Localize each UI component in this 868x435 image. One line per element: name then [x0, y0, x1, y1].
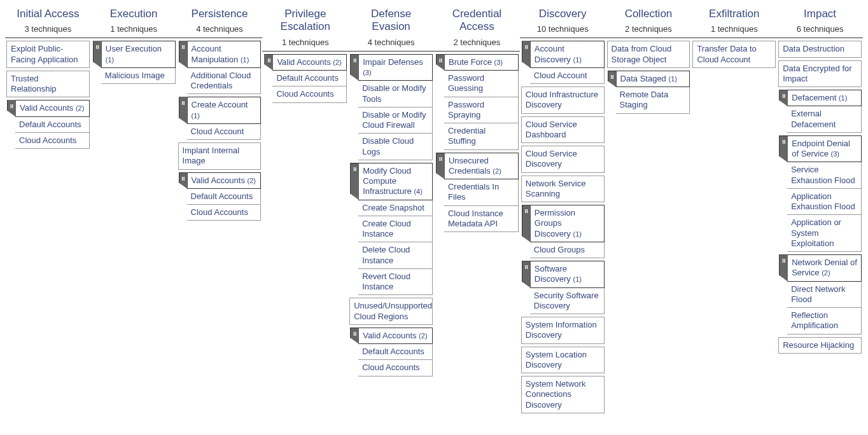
technique-cell[interactable]: Cloud Infrastructure Discovery — [521, 86, 605, 114]
subtechnique-cell[interactable]: Default Accounts — [358, 344, 433, 360]
tactic-column: Defense Evasion4 techniquesIIImpair Defe… — [348, 6, 434, 379]
expand-handle-icon[interactable]: II — [7, 100, 16, 116]
technique-cell[interactable]: Network Service Scanning — [521, 176, 605, 203]
subtechnique-cell[interactable]: Cloud Accounts — [187, 205, 262, 221]
technique-cell[interactable]: System Network Connections Discovery — [521, 376, 605, 413]
subtechnique-cell[interactable]: Application or System Exploitation — [787, 215, 862, 252]
subtechnique-cell[interactable]: Additional Cloud Credentials — [187, 68, 262, 95]
subtechnique-cell[interactable]: Security Software Discovery — [530, 288, 605, 315]
subtechnique-cell[interactable]: Reflection Amplification — [787, 308, 862, 335]
subtechnique-cell[interactable]: Disable Cloud Logs — [358, 134, 433, 160]
expand-handle-icon[interactable]: II — [179, 172, 188, 189]
tactic-header[interactable]: Exfiltration — [691, 6, 777, 22]
technique-cell[interactable]: Cloud Service Discovery — [521, 146, 605, 173]
technique-cell[interactable]: Cloud Service Dashboard — [521, 116, 605, 144]
expand-handle-icon[interactable]: II — [350, 328, 359, 344]
tactic-header[interactable]: Persistence — [177, 6, 263, 22]
technique-cell[interactable]: Resource Hijacking — [778, 337, 862, 354]
technique-cell[interactable]: Exploit Public-Facing Application — [6, 41, 90, 68]
technique-cell-parent[interactable]: IISoftware Discovery (1) — [530, 261, 605, 288]
expand-handle-icon[interactable]: II — [350, 163, 359, 200]
subtechnique-cell[interactable]: Credential Stuffing — [444, 123, 519, 150]
subtechnique-cell[interactable]: Cloud Accounts — [272, 86, 347, 102]
technique-cell[interactable]: System Information Discovery — [521, 317, 605, 344]
tactic-header[interactable]: Collection — [606, 6, 692, 22]
expand-handle-icon[interactable]: II — [436, 54, 445, 71]
expand-handle-icon[interactable]: II — [779, 90, 788, 106]
subtechnique-cell[interactable]: Cloud Accounts — [15, 133, 90, 149]
tactic-header[interactable]: Initial Access — [5, 6, 91, 22]
technique-cell-parent[interactable]: IIImpair Defenses (3) — [358, 54, 433, 81]
tactic-header[interactable]: Execution — [91, 6, 177, 22]
technique-cell-parent[interactable]: IIValid Accounts (2) — [272, 54, 347, 71]
technique-cell-parent[interactable]: IIValid Accounts (2) — [15, 100, 90, 116]
tactic-header[interactable]: Discovery — [520, 6, 606, 22]
expand-handle-icon[interactable]: II — [179, 97, 188, 124]
technique-cell[interactable]: Data from Cloud Storage Object — [607, 41, 690, 68]
technique-cell[interactable]: Trusted Relationship — [6, 71, 90, 98]
technique-cell-parent[interactable]: IIBrute Force (3) — [444, 54, 519, 71]
subtechnique-cell[interactable]: Default Accounts — [272, 71, 347, 86]
tactic-header[interactable]: Credential Access — [434, 6, 520, 35]
technique-cell-parent[interactable]: IIAccount Discovery (1) — [530, 41, 605, 68]
tactic-header[interactable]: Impact — [777, 6, 863, 22]
tactic-header[interactable]: Defense Evasion — [348, 6, 434, 35]
technique-cell-parent[interactable]: IIPermission Groups Discovery (1) — [530, 205, 605, 242]
subtechnique-cell[interactable]: Cloud Accounts — [358, 360, 433, 376]
subtechnique-cell[interactable]: Password Spraying — [444, 97, 519, 124]
subtechnique-cell[interactable]: Direct Network Flood — [787, 282, 862, 308]
expand-handle-icon[interactable]: II — [779, 254, 788, 282]
technique-cell-parent[interactable]: IIData Staged (1) — [616, 71, 690, 87]
tactic-title: Privilege Escalation — [265, 8, 346, 34]
expand-handle-icon[interactable]: II — [93, 41, 102, 68]
technique-cell-parent[interactable]: IIValid Accounts (2) — [358, 328, 433, 344]
subtechnique-cell[interactable]: Default Accounts — [15, 117, 90, 133]
subtechnique-cell[interactable]: Service Exhaustion Flood — [787, 162, 862, 189]
subtechnique-cell[interactable]: Cloud Account — [530, 68, 605, 84]
subtechnique-cell[interactable]: Create Snapshot — [358, 200, 433, 216]
subtechnique-cell[interactable]: Application Exhaustion Flood — [787, 189, 862, 216]
subtechnique-cell[interactable]: Default Accounts — [187, 189, 262, 205]
technique-cell[interactable]: Data Encrypted for Impact — [778, 60, 862, 88]
technique-cell-parent[interactable]: IIModify Cloud Compute Infrastructure (4… — [358, 163, 433, 200]
subtechnique-cell[interactable]: Cloud Groups — [530, 242, 605, 258]
technique-cell[interactable]: Transfer Data to Cloud Account — [692, 41, 776, 68]
subtechnique-cell[interactable]: Cloud Account — [187, 124, 262, 140]
technique-label: Software Discovery — [535, 264, 573, 284]
expand-handle-icon[interactable]: II — [522, 41, 531, 68]
expand-handle-icon[interactable]: II — [179, 41, 188, 68]
technique-cell-parent[interactable]: IIDefacement (1) — [787, 90, 862, 106]
expand-handle-icon[interactable]: II — [522, 261, 531, 288]
subtechnique-cell[interactable]: Delete Cloud Instance — [358, 242, 433, 269]
expand-handle-icon[interactable]: II — [350, 54, 359, 81]
technique-cell[interactable]: System Location Discovery — [521, 347, 605, 374]
technique-cell[interactable]: Data Destruction — [778, 41, 862, 57]
technique-cell[interactable]: Implant Internal Image — [178, 142, 262, 170]
technique-cell-parent[interactable]: IIAccount Manipulation (1) — [187, 41, 262, 68]
expand-handle-icon[interactable]: II — [608, 71, 617, 87]
tactic-column: Impact6 techniquesData DestructionData E… — [777, 6, 863, 356]
expand-handle-icon[interactable]: II — [779, 135, 788, 163]
subtechnique-cell[interactable]: Cloud Instance Metadata API — [444, 206, 519, 233]
technique-cell-parent[interactable]: IICreate Account (1) — [187, 97, 262, 124]
expand-handle-icon[interactable]: II — [436, 153, 445, 180]
subtechnique-cell[interactable]: Revert Cloud Instance — [358, 269, 433, 296]
subtechnique-cell[interactable]: Credentials In Files — [444, 179, 519, 206]
subtechnique-cell[interactable]: Password Guessing — [444, 71, 519, 97]
technique-cell-parent[interactable]: IIUser Execution (1) — [101, 41, 176, 68]
subtechnique-cell[interactable]: Disable or Modify Cloud Firewall — [358, 107, 433, 134]
expand-handle-icon[interactable]: II — [264, 54, 273, 71]
tactic-header[interactable]: Privilege Escalation — [262, 6, 348, 35]
subtechnique-cell[interactable]: Malicious Image — [101, 68, 176, 84]
subtechnique-cell[interactable]: Create Cloud Instance — [358, 216, 433, 243]
technique-cell-parent[interactable]: IIEndpoint Denial of Service (3) — [787, 135, 862, 163]
subtechnique-cell[interactable]: Disable or Modify Tools — [358, 81, 433, 107]
technique-label: Brute Force — [449, 57, 494, 67]
technique-cell-parent[interactable]: IINetwork Denial of Service (2) — [787, 254, 862, 282]
subtechnique-cell[interactable]: External Defacement — [787, 106, 862, 133]
subtechnique-cell[interactable]: Remote Data Staging — [616, 87, 690, 114]
technique-cell-parent[interactable]: IIUnsecured Credentials (2) — [444, 153, 519, 180]
technique-cell[interactable]: Unused/Unsupported Cloud Regions — [349, 298, 433, 325]
technique-cell-parent[interactable]: IIValid Accounts (2) — [187, 172, 262, 189]
expand-handle-icon[interactable]: II — [522, 205, 531, 242]
